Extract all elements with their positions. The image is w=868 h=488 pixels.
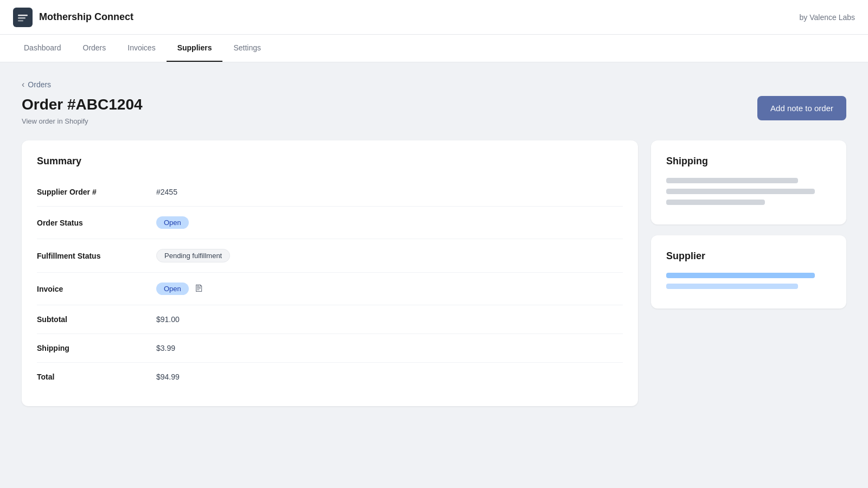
page-header-info: Order #ABC1204 View order in Shopify [22,96,143,125]
header-left: Mothership Connect [13,8,133,27]
app-title: Mothership Connect [39,11,133,23]
order-status-value: Open [156,216,189,229]
nav-orders[interactable]: Orders [72,35,117,62]
main-nav: Dashboard Orders Invoices Suppliers Sett… [0,35,868,62]
summary-row-supplier-order: Supplier Order # #2455 [37,178,623,207]
svg-rect-0 [18,15,28,16]
summary-row-invoice: Invoice Open 🖹 [37,273,623,305]
breadcrumb[interactable]: ‹ Orders [22,80,846,89]
main-content: ‹ Orders Order #ABC1204 View order in Sh… [0,62,868,481]
nav-suppliers[interactable]: Suppliers [167,35,223,62]
summary-row-total: Total $94.99 [37,363,623,391]
shipping-cost-value: $3.99 [156,344,175,352]
supplier-blurred-line-2 [666,284,798,289]
total-label: Total [37,373,156,381]
content-grid: Summary Supplier Order # #2455 Order Sta… [22,140,846,406]
summary-card: Summary Supplier Order # #2455 Order Sta… [22,140,638,406]
shipping-address-blurred [666,178,831,205]
invoice-value: Open 🖹 [156,282,204,295]
add-note-button[interactable]: Add note to order [757,96,846,120]
summary-row-shipping: Shipping $3.99 [37,334,623,363]
blurred-line-1 [666,178,798,183]
svg-rect-2 [18,20,23,22]
shopify-link[interactable]: View order in Shopify [22,117,88,125]
supplier-order-label: Supplier Order # [37,188,156,196]
summary-title: Summary [37,156,623,167]
fulfillment-label: Fulfillment Status [37,252,156,260]
total-value: $94.99 [156,373,180,381]
svg-rect-1 [18,17,25,19]
supplier-info-blurred [666,273,831,289]
page-title: Order #ABC1204 [22,96,143,113]
nav-dashboard[interactable]: Dashboard [13,35,72,62]
back-chevron-icon: ‹ [22,80,24,89]
app-header: Mothership Connect by Valence Labs [0,0,868,35]
invoice-label: Invoice [37,285,156,293]
summary-row-order-status: Order Status Open [37,207,623,239]
supplier-card: Supplier [651,235,846,309]
invoice-document-icon[interactable]: 🖹 [194,283,204,294]
fulfillment-value: Pending fulfillment [156,249,230,262]
fulfillment-badge: Pending fulfillment [156,249,230,262]
order-status-label: Order Status [37,219,156,227]
breadcrumb-label: Orders [28,80,51,89]
side-cards: Shipping Supplier [651,140,846,309]
summary-row-subtotal: Subtotal $91.00 [37,305,623,334]
supplier-order-value: #2455 [156,188,177,196]
summary-row-fulfillment: Fulfillment Status Pending fulfillment [37,239,623,273]
nav-invoices[interactable]: Invoices [117,35,166,62]
subtotal-value: $91.00 [156,315,180,324]
invoice-badge: Open [156,282,189,295]
nav-settings[interactable]: Settings [222,35,272,62]
by-label: by Valence Labs [800,13,855,22]
shipping-card: Shipping [651,140,846,224]
shipping-cost-label: Shipping [37,344,156,352]
blurred-line-3 [666,200,765,205]
order-status-badge: Open [156,216,189,229]
page-header: Order #ABC1204 View order in Shopify Add… [22,96,846,125]
shipping-card-title: Shipping [666,156,831,167]
supplier-card-title: Supplier [666,251,831,262]
blurred-line-2 [666,189,815,194]
subtotal-label: Subtotal [37,315,156,324]
supplier-blurred-line-1 [666,273,815,278]
app-logo [13,8,33,27]
